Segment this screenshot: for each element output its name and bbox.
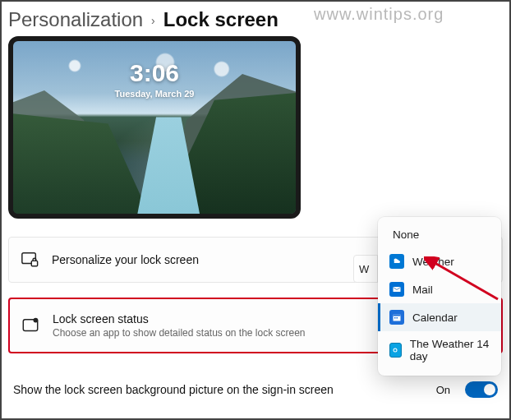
svg-rect-9 (397, 317, 398, 319)
status-app-dropdown-menu: None Weather Mail Calendar The Weather 1… (378, 217, 501, 376)
svg-rect-8 (394, 317, 396, 319)
svg-rect-7 (394, 315, 401, 316)
chevron-right-icon: › (151, 14, 155, 27)
weather14-icon (389, 343, 402, 358)
svg-rect-5 (394, 287, 401, 292)
dropdown-option-mail[interactable]: Mail (378, 275, 501, 303)
svg-point-3 (33, 318, 38, 323)
lockscreen-preview: 3:06 Tuesday, March 29 (8, 36, 301, 219)
preview-clock-time: 3:06 (13, 61, 296, 85)
picture-lock-icon (21, 251, 39, 269)
lockscreen-preview-container: 3:06 Tuesday, March 29 (2, 36, 509, 237)
mail-icon (389, 282, 404, 297)
svg-point-11 (394, 349, 397, 352)
dropdown-option-weather[interactable]: Weather (378, 247, 501, 275)
dropdown-option-none[interactable]: None (378, 222, 501, 247)
breadcrumb: Personalization › Lock screen (2, 2, 509, 36)
dropdown-option-label: The Weather 14 day (410, 338, 490, 362)
screen-badge-icon (21, 316, 39, 335)
preview-clock-date: Tuesday, March 29 (13, 89, 296, 99)
dropdown-option-label: Weather (412, 256, 454, 268)
breadcrumb-parent[interactable]: Personalization (8, 8, 143, 31)
toggle-state-label: On (436, 384, 450, 396)
status-app-dropdown-button[interactable]: W (353, 255, 378, 283)
dropdown-option-label: Mail (412, 284, 433, 296)
toggle-switch[interactable] (465, 381, 498, 398)
calendar-icon (389, 310, 404, 325)
setting-title: Show the lock screen background picture … (13, 383, 426, 396)
preview-forest (13, 113, 149, 214)
dropdown-option-weather14[interactable]: The Weather 14 day (378, 331, 501, 369)
settings-window: www.wintips.org Personalization › Lock s… (0, 0, 511, 420)
dropdown-option-calendar[interactable]: Calendar (378, 303, 501, 331)
weather-icon (389, 254, 404, 269)
breadcrumb-current: Lock screen (163, 8, 279, 31)
dropdown-option-label: None (393, 228, 419, 241)
svg-rect-1 (31, 261, 37, 265)
dropdown-option-label: Calendar (412, 312, 458, 324)
